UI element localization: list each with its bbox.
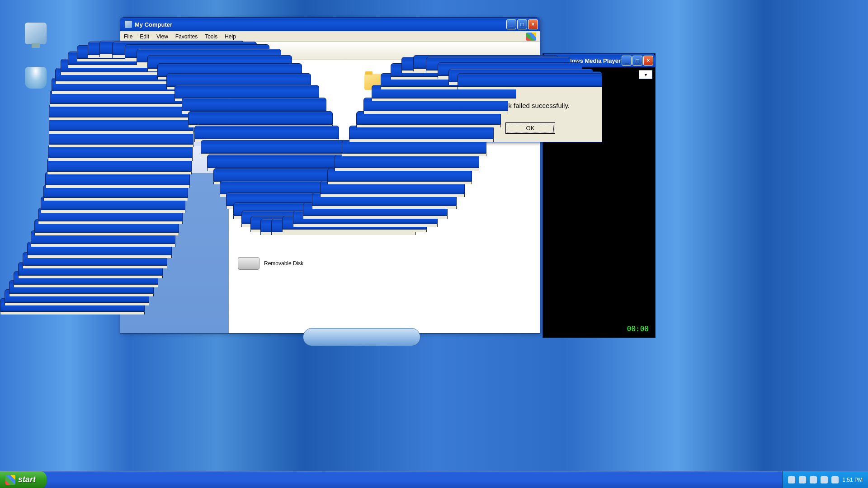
details-type: System Folder xyxy=(130,160,219,169)
taskbar: start 1:51 PM xyxy=(0,471,868,488)
window-title: My Computer xyxy=(135,21,172,28)
media-maximize-button[interactable]: □ xyxy=(632,56,642,66)
folder-label: Edit's Documents xyxy=(389,79,431,85)
folder-icon xyxy=(364,74,384,90)
ok-button[interactable]: OK xyxy=(505,122,555,134)
details-name: My Computer xyxy=(130,150,219,160)
explorer-window[interactable]: My Computer _ □ × File Edit View Favorit… xyxy=(120,17,540,333)
menu-tools[interactable]: Tools xyxy=(205,33,217,40)
start-label: start xyxy=(18,475,36,484)
menu-bar: File Edit View Favorites Tools Help xyxy=(120,31,540,42)
recycle-bin-icon xyxy=(25,67,47,89)
media-dropdown[interactable]: ▾ xyxy=(639,70,652,79)
info-icon: i xyxy=(469,95,489,115)
tray-icon[interactable] xyxy=(799,476,806,483)
link-my-documents[interactable]: My Documents xyxy=(130,93,219,103)
menu-help[interactable]: Help xyxy=(225,33,236,40)
dialog-title: Windows XP xyxy=(462,75,505,83)
menu-file[interactable]: File xyxy=(124,33,132,40)
tray-icon[interactable] xyxy=(788,476,795,483)
drive-removable[interactable]: Removable Disk xyxy=(238,257,531,270)
media-time: 00:00 xyxy=(627,324,649,333)
media-minimize-button[interactable]: _ xyxy=(622,56,632,66)
drive-icon xyxy=(238,257,259,270)
system-tray: 1:51 PM xyxy=(782,471,868,488)
tray-icon[interactable] xyxy=(831,476,839,483)
menu-view[interactable]: View xyxy=(156,33,168,40)
drive-label: Removable Disk xyxy=(264,260,303,267)
menu-favorites[interactable]: Favorites xyxy=(175,33,198,40)
task-head-other: Other Places xyxy=(130,69,163,75)
clock[interactable]: 1:51 PM xyxy=(842,477,863,483)
media-close-button[interactable]: × xyxy=(643,56,653,66)
task-head-details: Details xyxy=(130,136,148,142)
maximize-button[interactable]: □ xyxy=(517,19,527,29)
link-network-places[interactable]: My Network Places xyxy=(130,83,219,93)
task-details: Details⌃ My Computer System Folder xyxy=(126,132,223,173)
media-title: Windows Media Player xyxy=(557,57,621,64)
task-other-places: Other Places⌃ My Network Places My Docum… xyxy=(126,66,223,126)
minimize-button[interactable]: _ xyxy=(506,19,516,29)
dialog-message: Task failed successfully. xyxy=(498,102,570,109)
start-button[interactable]: start xyxy=(0,471,47,488)
toolbar xyxy=(120,42,540,60)
link-shared-documents[interactable]: Shared Documents xyxy=(130,103,219,113)
dialog-titlebar[interactable]: Windows XP × xyxy=(459,72,602,86)
tray-icon[interactable] xyxy=(821,476,828,483)
explorer-titlebar[interactable]: My Computer _ □ × xyxy=(120,18,540,31)
my-computer-icon xyxy=(125,21,132,28)
chevron-up-icon[interactable]: ⌃ xyxy=(211,68,219,76)
chevron-up-icon[interactable]: ⌃ xyxy=(211,135,219,143)
dialog-close-button[interactable]: × xyxy=(587,73,599,85)
media-controls[interactable] xyxy=(303,328,420,346)
close-button[interactable]: × xyxy=(528,19,538,29)
xp-flag-icon xyxy=(526,33,536,41)
desktop-icon-my-computer[interactable] xyxy=(20,23,52,46)
link-control-panel[interactable]: Control Panel xyxy=(130,113,219,122)
media-app-icon xyxy=(547,57,555,64)
monitor-icon xyxy=(25,23,47,44)
tray-icon[interactable] xyxy=(810,476,817,483)
windows-flag-icon xyxy=(5,475,15,485)
error-dialog[interactable]: Windows XP × i Task failed successfully.… xyxy=(458,71,602,142)
media-titlebar[interactable]: Windows Media Player _ □ × xyxy=(543,54,655,67)
desktop-icon-recycle-bin[interactable] xyxy=(20,67,52,90)
menu-edit[interactable]: Edit xyxy=(140,33,149,40)
side-panel: Other Places⌃ My Network Places My Docum… xyxy=(120,60,229,333)
